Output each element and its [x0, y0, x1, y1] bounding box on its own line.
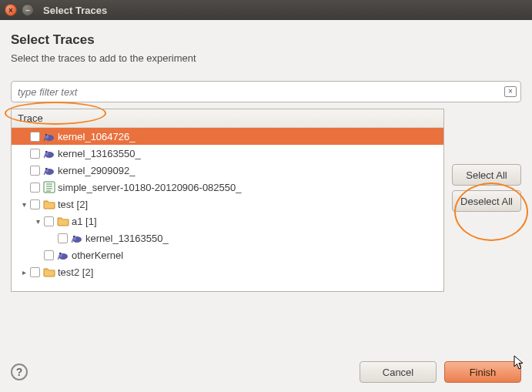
folder-icon — [43, 198, 55, 210]
page-title: Select Traces — [11, 32, 521, 48]
tree-row-label: kernel_2909092_ — [58, 165, 135, 176]
chevron-right-icon[interactable]: ▸ — [19, 267, 28, 276]
tree-row[interactable]: kernel_2909092_ — [12, 162, 443, 179]
checkbox[interactable] — [30, 183, 40, 193]
trace-icon — [57, 249, 69, 261]
tree-row[interactable]: simple_server-10180-20120906-082550_ — [12, 179, 443, 196]
tree-row-label: test [2] — [58, 199, 88, 210]
chevron-down-icon[interactable]: ▾ — [33, 216, 42, 226]
svg-point-2 — [45, 134, 47, 136]
titlebar: × – Select Traces — [0, 0, 532, 20]
checkbox[interactable] — [30, 149, 40, 159]
svg-point-8 — [45, 168, 47, 169]
tree-row-label: kernel_1064726_ — [58, 131, 135, 142]
tree-row[interactable]: kernel_13163550_ — [12, 145, 443, 162]
svg-point-5 — [45, 151, 47, 152]
tree-row[interactable]: otherKernel — [12, 246, 443, 263]
chevron-down-icon[interactable]: ▾ — [19, 199, 28, 209]
window-title: Select Traces — [43, 5, 107, 16]
folder-icon — [43, 266, 55, 278]
tree-row[interactable]: ▾ test [2] — [12, 196, 443, 213]
checkbox[interactable] — [30, 132, 40, 142]
close-icon[interactable]: × — [5, 4, 17, 16]
trace-icon — [43, 130, 55, 142]
checkbox[interactable] — [58, 233, 68, 243]
svg-point-16 — [73, 236, 75, 237]
minimize-icon[interactable]: – — [22, 4, 34, 16]
cancel-button[interactable]: Cancel — [360, 361, 437, 383]
trace-icon — [43, 164, 55, 176]
trace-tree[interactable]: Trace kernel_1064726_ kernel_13163550_ k… — [11, 109, 444, 292]
svg-point-19 — [59, 253, 61, 254]
tree-column-header: Trace — [12, 109, 443, 128]
filter-input[interactable] — [11, 81, 521, 102]
checkbox[interactable] — [30, 267, 40, 277]
tree-row-label: kernel_13163550_ — [58, 148, 141, 159]
checkbox[interactable] — [44, 216, 54, 226]
checkbox[interactable] — [30, 166, 40, 176]
page-subtitle: Select the traces to add to the experime… — [11, 52, 521, 64]
config-icon — [43, 181, 55, 193]
checkbox[interactable] — [44, 250, 54, 260]
folder-icon — [57, 215, 69, 227]
trace-icon — [71, 232, 83, 244]
tree-row-label: kernel_13163550_ — [85, 233, 169, 244]
tree-row[interactable]: kernel_13163550_ — [12, 230, 443, 246]
tree-row-label: test2 [2] — [58, 266, 93, 278]
tree-row-label: a1 [1] — [72, 216, 97, 227]
select-all-button[interactable]: Select All — [452, 164, 521, 186]
clear-icon[interactable]: × — [504, 86, 517, 97]
tree-row[interactable]: kernel_1064726_ — [12, 128, 443, 145]
trace-icon — [43, 147, 55, 159]
finish-button[interactable]: Finish — [444, 361, 521, 383]
tree-row[interactable]: ▸ test2 [2] — [12, 263, 443, 280]
tree-row-label: otherKernel — [72, 250, 123, 261]
tree-row[interactable]: ▾ a1 [1] — [12, 213, 443, 230]
tree-row-label: simple_server-10180-20120906-082550_ — [58, 182, 242, 193]
deselect-all-button[interactable]: Deselect All — [452, 190, 521, 212]
checkbox[interactable] — [30, 199, 40, 209]
help-icon[interactable]: ? — [11, 364, 28, 380]
